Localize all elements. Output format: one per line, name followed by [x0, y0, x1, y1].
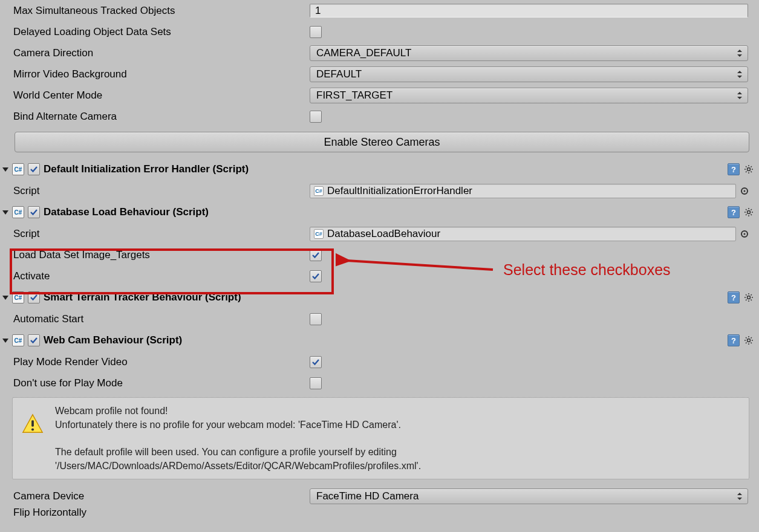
object-picker-icon[interactable]: [741, 187, 748, 195]
svg-line-32: [746, 337, 746, 338]
mirror-video-label: Mirror Video Background: [2, 68, 310, 80]
automatic-start-checkbox[interactable]: [310, 313, 322, 325]
warning-line: Unfortunately there is no profile for yo…: [55, 418, 421, 432]
max-tracked-input[interactable]: [310, 4, 748, 18]
csharp-icon: C#: [12, 163, 24, 175]
world-center-value: FIRST_TARGET: [316, 89, 393, 102]
script-label: Script: [2, 185, 310, 197]
dont-use-playmode-label: Don't use for Play Mode: [2, 377, 310, 389]
activate-label: Activate: [2, 270, 310, 282]
component-enable-checkbox[interactable]: [28, 291, 40, 303]
object-picker-icon[interactable]: [741, 230, 748, 238]
camera-direction-dropdown[interactable]: CAMERA_DEFAULT: [310, 45, 748, 61]
warning-icon: [21, 412, 44, 435]
delayed-loading-checkbox[interactable]: [310, 26, 322, 38]
automatic-start-label: Automatic Start: [2, 313, 310, 325]
camera-device-label: Camera Device: [2, 490, 310, 502]
svg-line-17: [746, 215, 746, 215]
svg-line-6: [751, 172, 752, 172]
script-field[interactable]: C# DefaultInitializationErrorHandler: [310, 184, 736, 198]
csharp-icon: C#: [12, 334, 24, 346]
svg-line-33: [751, 343, 752, 343]
svg-line-16: [751, 209, 752, 210]
svg-line-34: [751, 337, 752, 338]
component-enable-checkbox[interactable]: [28, 163, 40, 175]
svg-line-24: [751, 300, 752, 300]
load-dataset-checkbox[interactable]: [310, 249, 322, 261]
world-center-dropdown[interactable]: FIRST_TARGET: [310, 88, 748, 103]
database-load-title: Database Load Behaviour (Script): [44, 206, 728, 218]
script-field[interactable]: C# DatabaseLoadBehaviour: [310, 227, 736, 241]
world-center-label: World Center Mode: [2, 89, 310, 102]
warning-box: Webcam profile not found! Unfortunately …: [12, 397, 749, 479]
foldout-icon[interactable]: [2, 339, 8, 343]
svg-rect-36: [31, 420, 34, 426]
svg-line-7: [751, 166, 752, 167]
foldout-icon[interactable]: [2, 296, 8, 300]
dropdown-arrows-icon: [737, 50, 742, 57]
mirror-video-dropdown[interactable]: DEFAULT: [310, 66, 748, 82]
svg-point-18: [748, 296, 751, 299]
dont-use-playmode-checkbox[interactable]: [310, 377, 322, 389]
csharp-small-icon: C#: [314, 229, 324, 239]
svg-line-26: [746, 300, 746, 300]
gear-icon[interactable]: [743, 292, 754, 303]
camera-device-value: FaceTime HD Camera: [316, 490, 419, 502]
webcam-title: Web Cam Behaviour (Script): [44, 334, 728, 346]
activate-checkbox[interactable]: [310, 270, 322, 282]
csharp-small-icon: C#: [314, 186, 324, 196]
help-icon[interactable]: ?: [728, 334, 740, 346]
dropdown-arrows-icon: [737, 493, 742, 500]
help-icon[interactable]: ?: [728, 291, 740, 303]
warning-line: The default profile will been used. You …: [55, 445, 421, 459]
gear-icon[interactable]: [743, 207, 754, 218]
warning-line: '/Users/MAC/Downloads/ARDemo/Assets/Edit…: [55, 459, 421, 473]
foldout-icon[interactable]: [2, 210, 8, 215]
bind-alternate-label: Bind Alternate Camera: [2, 111, 310, 123]
play-mode-render-checkbox[interactable]: [310, 356, 322, 368]
enable-stereo-button[interactable]: Enable Stereo Cameras: [15, 132, 749, 152]
help-icon[interactable]: ?: [728, 163, 740, 175]
gear-icon[interactable]: [743, 164, 754, 175]
svg-line-25: [751, 294, 752, 295]
script-value-text: DefaultInitializationErrorHandler: [327, 185, 472, 197]
delayed-loading-label: Delayed Loading Object Data Sets: [2, 26, 310, 38]
error-handler-title: Default Initialization Error Handler (Sc…: [44, 163, 728, 175]
play-mode-render-label: Play Mode Render Video: [2, 356, 310, 368]
smart-terrain-title: Smart Terrain Tracker Behaviour (Script): [44, 291, 728, 303]
svg-line-5: [746, 166, 746, 167]
svg-line-23: [746, 294, 746, 295]
svg-point-37: [31, 428, 34, 430]
gear-icon[interactable]: [743, 335, 754, 346]
svg-line-35: [746, 343, 746, 343]
warning-line: Webcam profile not found!: [55, 404, 421, 418]
flip-horizontally-label: Flip Horizontally: [2, 507, 310, 519]
dropdown-arrows-icon: [737, 71, 742, 78]
script-label: Script: [2, 228, 310, 240]
component-enable-checkbox[interactable]: [28, 334, 40, 346]
bind-alternate-checkbox[interactable]: [310, 111, 322, 123]
max-tracked-label: Max Simultaneous Tracked Objects: [2, 5, 310, 17]
csharp-icon: C#: [12, 206, 24, 218]
svg-point-27: [748, 339, 751, 342]
svg-line-8: [746, 172, 746, 172]
help-icon[interactable]: ?: [728, 206, 740, 218]
component-enable-checkbox[interactable]: [28, 206, 40, 218]
svg-line-15: [751, 215, 752, 215]
svg-point-0: [748, 168, 751, 171]
camera-direction-label: Camera Direction: [2, 47, 310, 59]
dropdown-arrows-icon: [737, 92, 742, 99]
camera-direction-value: CAMERA_DEFAULT: [316, 47, 411, 59]
script-value-text: DatabaseLoadBehaviour: [327, 228, 440, 240]
svg-point-9: [748, 211, 751, 214]
foldout-icon[interactable]: [2, 167, 8, 172]
camera-device-dropdown[interactable]: FaceTime HD Camera: [310, 488, 748, 504]
mirror-video-value: DEFAULT: [316, 68, 362, 80]
csharp-icon: C#: [12, 291, 24, 303]
svg-line-14: [746, 209, 746, 210]
load-dataset-label: Load Data Set Image_Targets: [2, 249, 310, 261]
